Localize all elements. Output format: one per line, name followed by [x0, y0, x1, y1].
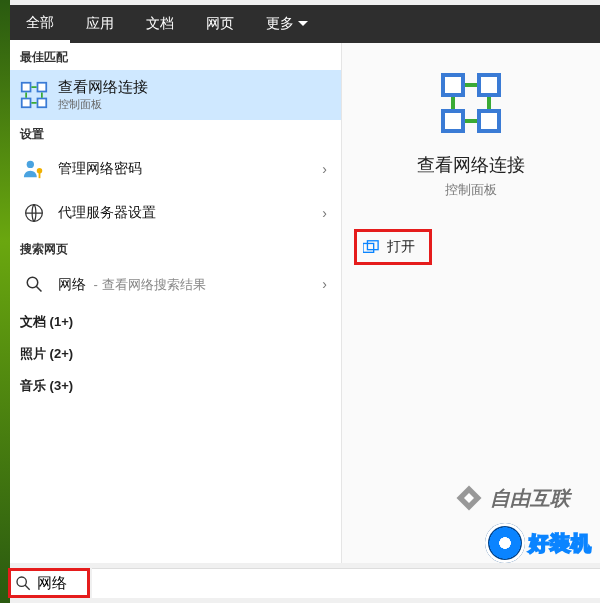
category-music[interactable]: 音乐 (3+)	[10, 370, 341, 402]
tab-more-label: 更多	[266, 15, 294, 33]
chevron-right-icon: ›	[322, 276, 327, 292]
watermark-ring-icon	[485, 523, 525, 563]
section-settings: 设置	[10, 120, 341, 147]
taskbar-search[interactable]	[8, 568, 90, 598]
result-sub: 控制面板	[58, 97, 331, 112]
taskbar-search-remainder	[92, 568, 600, 598]
globe-icon	[20, 199, 48, 227]
web-term: 网络	[58, 276, 86, 292]
web-suffix: - 查看网络搜索结果	[90, 277, 206, 292]
tab-apps[interactable]: 应用	[70, 5, 130, 43]
open-button[interactable]: 打开	[354, 229, 432, 265]
category-photos[interactable]: 照片 (2+)	[10, 338, 341, 370]
result-proxy-settings[interactable]: 代理服务器设置 ›	[10, 191, 341, 235]
result-title: 管理网络密码	[58, 160, 331, 178]
svg-rect-3	[38, 84, 45, 91]
svg-point-12	[27, 277, 38, 288]
search-icon	[15, 575, 31, 591]
watermark-ziyouhulian: 自由互联	[454, 483, 570, 513]
result-texts: 查看网络连接 控制面板	[58, 78, 331, 112]
chevron-right-icon: ›	[322, 161, 327, 177]
svg-rect-1	[23, 84, 30, 91]
open-label: 打开	[387, 238, 415, 256]
network-connections-icon-large	[439, 71, 503, 135]
svg-rect-15	[445, 77, 461, 93]
watermark-text: 好装机	[529, 530, 592, 557]
svg-rect-21	[481, 113, 497, 129]
result-view-network-connections[interactable]: 查看网络连接 控制面板	[10, 70, 341, 120]
svg-line-13	[36, 286, 41, 291]
category-documents[interactable]: 文档 (1+)	[10, 306, 341, 338]
users-key-icon	[20, 155, 48, 183]
svg-point-8	[27, 161, 34, 168]
svg-line-25	[25, 585, 30, 590]
tab-web[interactable]: 网页	[190, 5, 250, 43]
svg-rect-23	[367, 241, 378, 250]
tab-more[interactable]: 更多	[250, 5, 324, 43]
svg-rect-19	[445, 113, 461, 129]
preview-title: 查看网络连接	[417, 153, 525, 177]
svg-rect-7	[38, 99, 45, 106]
preview-sub: 控制面板	[445, 181, 497, 199]
chevron-down-icon	[298, 21, 308, 27]
search-icon	[20, 270, 48, 298]
svg-rect-5	[23, 99, 30, 106]
result-manage-network-passwords[interactable]: 管理网络密码 ›	[10, 147, 341, 191]
svg-point-24	[17, 577, 26, 586]
search-tabs: 全部 应用 文档 网页 更多	[10, 5, 600, 43]
chevron-right-icon: ›	[322, 205, 327, 221]
svg-rect-17	[481, 77, 497, 93]
desktop-background-strip	[0, 0, 10, 603]
open-window-icon	[363, 240, 379, 254]
preview-panel: 查看网络连接 控制面板 打开 自由互联 好装机	[342, 43, 600, 563]
tab-docs[interactable]: 文档	[130, 5, 190, 43]
watermark-text: 自由互联	[490, 485, 570, 512]
tab-all[interactable]: 全部	[10, 5, 70, 43]
result-web-search[interactable]: 网络 - 查看网络搜索结果 ›	[10, 262, 341, 306]
network-connections-icon	[20, 81, 48, 109]
watermark-haozhuangji: 好装机	[485, 523, 592, 563]
results-panel: 最佳匹配 查看网络连接 控制面板 设置 管理网络密码 ›	[10, 43, 342, 563]
section-best-match: 最佳匹配	[10, 43, 341, 70]
result-title: 代理服务器设置	[58, 204, 331, 222]
svg-rect-22	[363, 243, 374, 252]
search-input[interactable]	[37, 575, 83, 592]
result-title: 查看网络连接	[58, 78, 331, 97]
section-search-web: 搜索网页	[10, 235, 341, 262]
svg-rect-10	[39, 173, 41, 179]
